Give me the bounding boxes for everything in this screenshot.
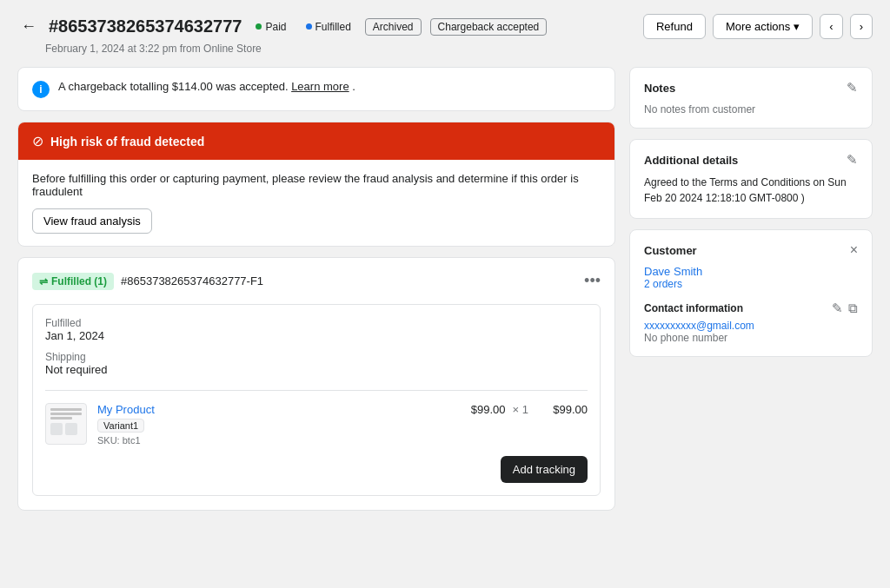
shipping-value: Not required [45, 363, 588, 376]
truck-icon: ⇌ [39, 275, 48, 287]
fulfilled-card: ⇌ Fulfilled (1) #8653738265374632777-F1 … [17, 257, 615, 511]
details-edit-icon[interactable]: ✎ [847, 152, 858, 168]
product-thumbnail [45, 403, 87, 445]
contact-action-icons: ✎ ⧉ [832, 301, 858, 316]
thumb-line-3 [50, 417, 72, 420]
notes-card: Notes ✎ No notes from customer [629, 67, 873, 129]
fulfilled-title-group: ⇌ Fulfilled (1) #8653738265374632777-F1 [32, 273, 263, 290]
fraud-alert-card: ⊘ High risk of fraud detected Before ful… [17, 122, 615, 247]
add-tracking-button[interactable]: Add tracking [501, 456, 588, 483]
fulfilled-badge: ⇌ Fulfilled (1) [32, 273, 114, 290]
contact-edit-icon[interactable]: ✎ [832, 301, 843, 316]
notes-edit-icon[interactable]: ✎ [847, 80, 858, 96]
thumb-block-2 [65, 423, 77, 435]
chargeback-text-prefix: A chargeback totalling $114.00 was accep… [58, 80, 289, 93]
shield-icon: ⊘ [32, 133, 43, 149]
paid-dot [256, 23, 262, 30]
product-info: My Product Variant1 SKU: btc1 [97, 403, 443, 446]
more-actions-label: More actions [726, 20, 790, 33]
fulfilled-label: Fulfilled [45, 317, 588, 329]
next-order-button[interactable]: › [850, 14, 873, 39]
fulfilled-label: Fulfilled [315, 21, 351, 33]
page: ← #8653738265374632777 Paid Fulfilled Ar… [0, 0, 890, 588]
badge-chargeback: Chargeback accepted [430, 18, 548, 36]
product-name[interactable]: My Product [97, 403, 443, 416]
fulfilled-card-header: ⇌ Fulfilled (1) #8653738265374632777-F1 … [32, 272, 601, 290]
refund-button[interactable]: Refund [643, 14, 706, 39]
order-subtitle: February 1, 2024 at 3:22 pm from Online … [45, 43, 873, 55]
back-button[interactable]: ← [17, 16, 40, 37]
product-variant: Variant1 [97, 419, 144, 433]
fulfilled-inner: Fulfilled Jan 1, 2024 Shipping Not requi… [32, 304, 601, 496]
fulfilled-date: Jan 1, 2024 [45, 329, 588, 342]
add-tracking-row: Add tracking [45, 456, 588, 483]
prev-order-button[interactable]: ‹ [820, 14, 842, 39]
additional-details-title: Additional details [644, 154, 738, 167]
fraud-description: Before fulfilling this order or capturin… [32, 172, 601, 198]
customer-header: Customer × [644, 242, 858, 258]
header-left: ← #8653738265374632777 Paid Fulfilled Ar… [17, 16, 547, 37]
shipping-label: Shipping [45, 351, 588, 363]
sku-label: SKU: [97, 435, 120, 446]
fraud-header: ⊘ High risk of fraud detected [18, 122, 614, 160]
right-column: Notes ✎ No notes from customer Additiona… [629, 67, 873, 511]
notes-header: Notes ✎ [644, 80, 858, 96]
fulfilled-dot [306, 23, 312, 30]
paid-label: Paid [265, 21, 286, 33]
product-total: $99.00 [535, 403, 588, 416]
fulfilled-meta: Fulfilled Jan 1, 2024 Shipping Not requi… [45, 317, 588, 376]
header: ← #8653738265374632777 Paid Fulfilled Ar… [17, 14, 873, 39]
customer-name[interactable]: Dave Smith [644, 265, 858, 278]
order-title: #8653738265374632777 [49, 17, 242, 36]
details-header: Additional details ✎ [644, 152, 858, 168]
additional-details-text: Agreed to the Terms and Conditions on Su… [644, 176, 847, 204]
customer-card: Customer × Dave Smith 2 orders Contact i… [629, 229, 873, 357]
badge-fulfilled: Fulfilled [301, 19, 356, 35]
product-sku: SKU: btc1 [97, 435, 443, 446]
info-icon: i [32, 81, 50, 98]
product-thumb-inner [50, 408, 82, 439]
fraud-title: High risk of fraud detected [50, 135, 204, 149]
header-right: Refund More actions ▾ ‹ › [643, 14, 873, 39]
additional-details-card: Additional details ✎ Agreed to the Terms… [629, 139, 873, 219]
view-fraud-analysis-button[interactable]: View fraud analysis [32, 208, 152, 234]
customer-phone: No phone number [644, 332, 858, 344]
main-content: i A chargeback totalling $114.00 was acc… [17, 67, 873, 511]
fulfilled-badge-label: Fulfilled (1) [51, 275, 107, 287]
chargeback-info-text: A chargeback totalling $114.00 was accep… [58, 80, 355, 93]
notes-empty-text: No notes from customer [644, 103, 755, 116]
contact-info-title: Contact information [644, 302, 743, 314]
more-actions-button[interactable]: More actions ▾ [713, 14, 813, 39]
close-icon[interactable]: × [850, 242, 858, 258]
badge-paid: Paid [250, 19, 291, 35]
thumb-line-2 [50, 413, 82, 415]
thumb-line-1 [50, 408, 82, 411]
contact-copy-icon[interactable]: ⧉ [848, 301, 858, 316]
customer-title: Customer [644, 244, 697, 257]
sku-value: btc1 [123, 435, 141, 446]
fulfilled-menu-button[interactable]: ••• [584, 272, 601, 290]
fulfilled-order-ref: #8653738265374632777-F1 [121, 274, 263, 287]
customer-orders[interactable]: 2 orders [644, 278, 858, 290]
product-price: $99.00 [454, 403, 506, 416]
notes-title: Notes [644, 82, 675, 95]
chargeback-info-banner: i A chargeback totalling $114.00 was acc… [17, 67, 615, 111]
thumb-block-1 [50, 423, 63, 435]
chevron-down-icon: ▾ [794, 20, 800, 33]
product-quantity: × 1 [513, 403, 528, 416]
customer-email[interactable]: xxxxxxxxxx@gmail.com [644, 320, 858, 332]
left-column: i A chargeback totalling $114.00 was acc… [17, 67, 615, 511]
thumb-blocks [50, 423, 82, 435]
product-row: My Product Variant1 SKU: btc1 $99.00 × [45, 390, 588, 446]
chargeback-text-suffix: . [352, 80, 355, 93]
badge-archived: Archived [365, 18, 422, 36]
fraud-body: Before fulfilling this order or capturin… [18, 160, 614, 246]
learn-more-link[interactable]: Learn more [291, 80, 349, 93]
product-pricing: $99.00 × 1 $99.00 [454, 403, 588, 416]
contact-info-header: Contact information ✎ ⧉ [644, 301, 858, 316]
